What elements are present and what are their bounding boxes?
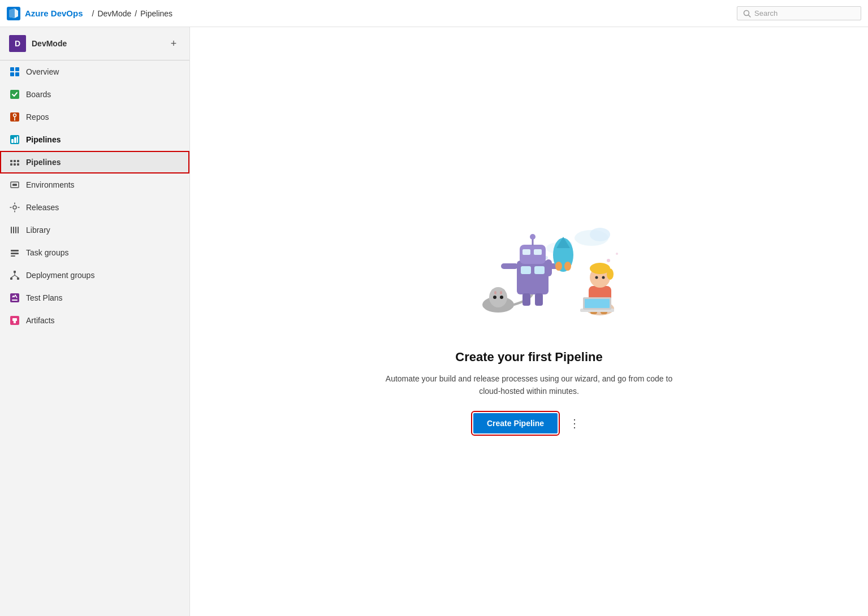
empty-state-title: Create your first Pipeline	[455, 350, 602, 365]
pipelines-header-icon	[9, 134, 20, 145]
breadcrumb-devmode[interactable]: DevMode	[97, 9, 131, 18]
search-placeholder: Search	[754, 9, 778, 18]
azure-devops-icon	[7, 7, 20, 20]
sidebar-item-label-overview: Overview	[26, 67, 59, 76]
sidebar-item-deployment-groups[interactable]: Deployment groups	[0, 264, 189, 287]
sidebar-item-label-environments: Environments	[26, 180, 75, 189]
svg-rect-8	[15, 72, 19, 76]
svg-line-38	[15, 275, 18, 277]
sidebar-item-label-pipelines-header: Pipelines	[26, 135, 61, 144]
breadcrumb-sep2: /	[135, 9, 137, 18]
svg-point-72	[555, 262, 562, 271]
boards-icon	[9, 89, 20, 100]
create-pipeline-button[interactable]: Create Pipeline	[473, 413, 558, 433]
svg-point-25	[13, 206, 16, 209]
svg-point-82	[607, 268, 614, 280]
svg-rect-26	[11, 227, 12, 233]
svg-rect-20	[14, 163, 16, 166]
overview-icon	[9, 66, 20, 77]
content-area: Create your first Pipeline Automate your…	[190, 27, 868, 616]
svg-rect-64	[534, 249, 542, 255]
releases-icon	[9, 202, 20, 213]
more-options-button[interactable]: ⋮	[564, 414, 585, 432]
svg-rect-74	[522, 293, 530, 306]
repos-icon	[9, 111, 20, 123]
svg-rect-42	[12, 318, 17, 321]
svg-rect-21	[17, 160, 19, 162]
deployment-groups-icon	[9, 270, 20, 281]
svg-point-49	[616, 253, 618, 255]
svg-rect-24	[12, 184, 17, 186]
sidebar-item-label-pipelines: Pipelines	[26, 158, 61, 167]
sidebar-item-boards[interactable]: Boards	[0, 83, 189, 106]
test-plans-icon	[9, 292, 20, 303]
svg-rect-15	[14, 137, 16, 143]
svg-rect-22	[17, 163, 19, 166]
svg-point-58	[500, 296, 503, 299]
svg-rect-31	[11, 253, 19, 254]
sidebar-item-library[interactable]: Library	[0, 219, 189, 241]
svg-rect-60	[521, 266, 531, 274]
sidebar-item-artifacts[interactable]: Artifacts	[0, 309, 189, 332]
sidebar-item-task-groups[interactable]: Task groups	[0, 241, 189, 264]
actions-row: Create Pipeline ⋮	[473, 413, 585, 433]
svg-rect-18	[10, 163, 12, 166]
svg-rect-17	[10, 160, 12, 162]
project-name: DevMode	[32, 39, 67, 48]
artifacts-icon	[9, 315, 20, 326]
breadcrumb-pipelines[interactable]: Pipelines	[140, 9, 172, 18]
sidebar-item-repos[interactable]: Repos	[0, 106, 189, 128]
svg-point-12	[14, 120, 15, 121]
svg-rect-39	[10, 293, 19, 302]
sidebar-item-label-repos: Repos	[26, 112, 49, 122]
library-icon	[9, 224, 20, 236]
svg-point-48	[607, 259, 610, 262]
sidebar-item-label-library: Library	[26, 225, 50, 235]
sidebar-item-test-plans[interactable]: Test Plans	[0, 287, 189, 309]
svg-rect-30	[11, 250, 19, 251]
sidebar-project: D DevMode +	[0, 27, 189, 60]
topbar: Azure DevOps / DevMode / Pipelines Searc…	[0, 0, 868, 27]
svg-point-55	[494, 291, 496, 294]
sidebar: D DevMode + Overview	[0, 27, 190, 616]
pipelines-sub-icon	[9, 157, 20, 168]
sidebar-item-releases[interactable]: Releases	[0, 196, 189, 219]
svg-point-56	[500, 291, 502, 294]
sidebar-item-label-test-plans: Test Plans	[26, 293, 63, 302]
svg-point-84	[602, 276, 604, 279]
empty-state-description: Automate your build and release processe…	[377, 372, 682, 398]
svg-rect-27	[13, 227, 14, 233]
svg-rect-67	[501, 263, 518, 269]
sidebar-item-label-boards: Boards	[26, 90, 51, 99]
sidebar-item-overview[interactable]: Overview	[0, 60, 189, 83]
sidebar-item-label-releases: Releases	[26, 203, 59, 212]
sidebar-item-label-task-groups: Task groups	[26, 248, 68, 257]
svg-rect-43	[14, 321, 16, 323]
sidebar-item-pipelines[interactable]: Pipelines	[0, 151, 189, 173]
svg-rect-87	[585, 299, 610, 308]
logo[interactable]: Azure DevOps	[7, 7, 83, 20]
svg-rect-63	[522, 249, 530, 255]
svg-point-66	[530, 234, 536, 240]
search-box[interactable]: Search	[737, 6, 861, 20]
svg-rect-28	[15, 227, 16, 233]
sidebar-item-label-deployment-groups: Deployment groups	[26, 271, 94, 280]
svg-rect-5	[10, 67, 14, 71]
svg-rect-29	[18, 227, 19, 233]
svg-point-73	[564, 262, 571, 271]
search-icon	[743, 10, 751, 18]
svg-rect-34	[10, 277, 12, 280]
project-info: D DevMode	[9, 35, 67, 52]
svg-rect-40	[12, 300, 18, 301]
add-project-button[interactable]: +	[167, 37, 180, 50]
svg-rect-7	[10, 72, 14, 76]
sidebar-item-environments[interactable]: Environments	[0, 173, 189, 196]
svg-rect-32	[11, 255, 15, 257]
sidebar-item-pipelines-header[interactable]: Pipelines	[0, 128, 189, 151]
project-avatar: D	[9, 35, 26, 52]
logo-text: Azure DevOps	[25, 8, 83, 18]
svg-rect-59	[517, 261, 549, 294]
svg-rect-61	[534, 266, 545, 274]
svg-line-37	[11, 275, 15, 277]
svg-rect-14	[11, 139, 14, 143]
